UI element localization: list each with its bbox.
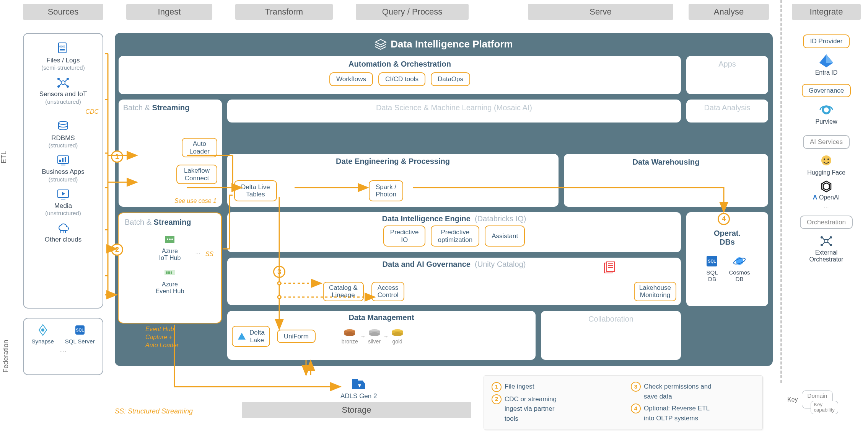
- svg-rect-0: [59, 43, 66, 53]
- adls: ADLS Gen 2: [340, 375, 377, 400]
- svg-point-49: [167, 239, 168, 240]
- ext-orch: External Orchestrator: [792, 234, 861, 263]
- medallion: bronze → silver → gold: [342, 328, 404, 345]
- die-card: Data Intelligence Engine (Databricks IQ)…: [227, 212, 681, 252]
- cdc-label: CDC: [26, 108, 99, 115]
- chip-pio: Predictive IO: [383, 225, 426, 247]
- svg-marker-87: [823, 183, 829, 190]
- azure-event: Azure Event Hub: [122, 267, 217, 295]
- svg-marker-81: [826, 54, 833, 63]
- legend-1: 1File ingest: [492, 382, 616, 392]
- play-icon: [55, 188, 71, 201]
- bronze: bronze: [342, 328, 358, 345]
- col-sources: Sources: [23, 4, 103, 20]
- svg-rect-54: [168, 271, 170, 274]
- chip-workflows: Workflows: [329, 72, 373, 86]
- svg-marker-20: [62, 192, 65, 196]
- hf-icon: [819, 154, 834, 168]
- svg-point-25: [41, 328, 44, 332]
- gov-card: Data and AI Governance (Unity Catalog) C…: [227, 258, 681, 305]
- legend-2: 2CDC or streaming ingest via partner too…: [492, 394, 616, 424]
- chip-gov: Governance: [802, 84, 851, 98]
- data-analysis-card: Data Analysis: [686, 100, 768, 123]
- src-iot-sub: (unstructured): [26, 98, 100, 105]
- col-ingest: Ingest: [126, 4, 212, 20]
- svg-text:SQL: SQL: [708, 259, 716, 263]
- report-icon: [603, 261, 616, 274]
- federation-panel: Synapse SQL SQL Server …: [23, 318, 103, 375]
- collab-card: Collaboration: [541, 311, 681, 360]
- divider: [780, 0, 782, 383]
- svg-rect-78: [352, 379, 358, 381]
- eventhub-icon: [162, 267, 178, 280]
- sqldb-icon: SQL: [704, 254, 720, 268]
- fed-synapse: Synapse: [31, 323, 54, 345]
- cosmosdb: Cosmos DB: [729, 254, 750, 282]
- iot-icon: [55, 76, 71, 90]
- hf: Hugging Face: [792, 154, 861, 176]
- chip-lakeflow: Lakeflow Connect: [176, 165, 217, 184]
- operdb-card: Operat. DBs SQL SQL DB Cosmos DB: [686, 212, 768, 306]
- cloud-icon: [55, 221, 71, 235]
- azure-bs-title: Batch & Streaming: [122, 218, 217, 227]
- chip-orch: Orchestration: [800, 216, 853, 229]
- chip-access: Access Control: [371, 282, 405, 301]
- col-serve: Serve: [528, 4, 673, 20]
- bs-title: Batch & Streaming: [123, 103, 217, 112]
- chip-autoloader: Auto Loader: [182, 138, 217, 157]
- dm-title: Data Management: [232, 313, 531, 322]
- svg-line-9: [59, 80, 61, 82]
- badge-2: 2: [111, 243, 123, 256]
- adls-icon: [350, 375, 367, 390]
- key-capability: Key capability: [811, 401, 838, 414]
- de-title: Date Engineering & Processing: [232, 157, 554, 166]
- src-files-title: Files / Logs: [26, 57, 100, 64]
- svg-line-94: [822, 242, 825, 245]
- badge-4: 4: [718, 213, 730, 225]
- silver: silver: [368, 328, 381, 345]
- azure-panel: Batch & Streaming Azure IoT Hub SS … Azu…: [118, 212, 222, 323]
- svg-rect-17: [65, 157, 66, 162]
- chart-icon: [55, 154, 71, 167]
- svg-line-95: [828, 238, 830, 240]
- cosmos-icon: [732, 254, 747, 268]
- svg-rect-15: [59, 160, 61, 162]
- eventhub-note: Event Hub Capture + Auto Loader: [145, 325, 179, 349]
- src-rdbms: RDBMS (structured): [26, 120, 100, 149]
- de-card: Date Engineering & Processing Delta Live…: [227, 154, 559, 207]
- key-domain: Domain Key capability: [802, 390, 833, 408]
- openai: A OpenAI: [792, 180, 861, 201]
- dsml-card: Data Science & Machine Learning (Mosaic …: [227, 100, 681, 123]
- col-integrate: Integrate: [792, 4, 861, 20]
- apps-card: Apps: [686, 56, 768, 94]
- entra: Entra ID: [792, 54, 861, 76]
- src-media-sub: (unstructured): [26, 210, 100, 217]
- stack-icon: [375, 39, 387, 50]
- legend-panel: 1File ingest 2CDC or streaming ingest vi…: [484, 375, 763, 430]
- chip-spark: Spark / Photon: [369, 180, 403, 201]
- chip-dlt: Delta Live Tables: [234, 180, 277, 201]
- chip-idp: ID Provider: [803, 34, 849, 48]
- svg-point-13: [59, 121, 68, 124]
- ss-note: SS: Structured Streaming: [115, 407, 193, 415]
- int-more: …: [792, 203, 861, 209]
- fed-more: …: [26, 346, 100, 354]
- chip-deltalake: Delta Lake: [232, 326, 270, 347]
- svg-text:SQL: SQL: [76, 328, 84, 332]
- svg-text:0101: 0101: [59, 45, 65, 48]
- sqldb: SQL SQL DB: [704, 254, 720, 282]
- svg-point-50: [169, 239, 171, 240]
- die-title: Data Intelligence Engine (Databricks IQ): [232, 214, 676, 223]
- dm-card: Data Management Delta Lake UniForm bronz…: [227, 311, 536, 360]
- src-rdbms-sub: (structured): [26, 142, 100, 149]
- fed-sqlserver: SQL SQL Server: [65, 323, 95, 345]
- chip-uniform: UniForm: [277, 330, 316, 343]
- src-iot-title: Sensors and IoT: [26, 90, 100, 98]
- svg-rect-55: [171, 271, 172, 274]
- svg-line-10: [65, 80, 67, 82]
- collab-title: Collaboration: [546, 315, 676, 323]
- svg-point-4: [61, 81, 65, 85]
- data-analysis-title: Data Analysis: [691, 103, 764, 112]
- orchestrator-icon: [818, 234, 835, 248]
- etl-side-label: ETL: [0, 151, 8, 163]
